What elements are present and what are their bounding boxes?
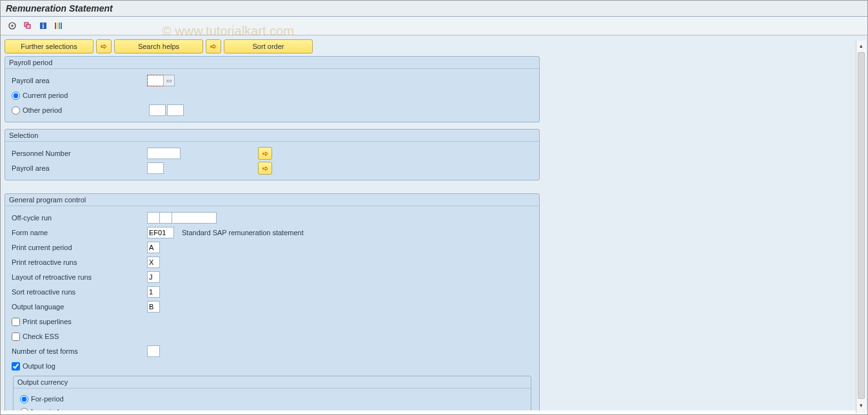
multiple-selection-icon[interactable]: ➪	[258, 147, 272, 160]
svg-rect-5	[55, 23, 56, 29]
print-current-input[interactable]	[147, 242, 160, 253]
offcycle-input-2[interactable]	[159, 212, 172, 224]
sort-retro-label: Sort retroactive runs	[12, 288, 147, 296]
multiple-selection-icon[interactable]: ➪	[258, 162, 272, 175]
in-period-label: In-period	[31, 408, 59, 410]
check-ess-label: Check ESS	[23, 333, 59, 340]
group-title: Payroll period	[5, 57, 539, 69]
for-period-radio[interactable]	[20, 395, 28, 403]
svg-text:i: i	[43, 23, 44, 30]
search-help-icon[interactable]: ▭	[163, 75, 175, 86]
svg-rect-7	[59, 23, 60, 29]
page-title: Remuneration Statement	[1, 1, 867, 17]
sel-payroll-area-label: Payroll area	[12, 164, 147, 172]
vertical-scrollbar[interactable]: ▴ ▾	[856, 41, 866, 413]
svg-rect-6	[57, 23, 58, 29]
offcycle-label: Off-cycle run	[12, 214, 147, 222]
arrow-icon[interactable]: ➪	[206, 39, 221, 53]
info-icon[interactable]: i	[38, 21, 48, 31]
group-title: Output currency	[14, 376, 531, 389]
general-control-group: General program control Off-cycle run Fo…	[5, 193, 540, 410]
other-period-input-1[interactable]	[149, 104, 166, 116]
scroll-thumb[interactable]	[858, 52, 865, 399]
body-area: Further selections ➪ Search helps ➪ Sort…	[1, 35, 867, 410]
payroll-area-input[interactable]	[147, 75, 164, 86]
app-toolbar: i	[1, 17, 867, 35]
output-currency-group: Output currency For-period In-period	[13, 376, 531, 410]
variant-icon[interactable]	[23, 21, 33, 31]
print-current-label: Print current period	[12, 244, 147, 251]
output-log-label: Output log	[23, 362, 55, 370]
color-legend-icon[interactable]	[54, 21, 64, 31]
further-selections-button[interactable]: Further selections	[5, 39, 94, 53]
selection-group: Selection Personnel Number ➪ Payroll are…	[5, 129, 540, 180]
scroll-down-icon[interactable]: ▾	[856, 400, 866, 410]
check-ess-checkbox[interactable]	[12, 333, 20, 341]
form-name-label: Form name	[12, 229, 147, 236]
execute-icon[interactable]	[7, 21, 17, 31]
group-title: Selection	[5, 130, 539, 142]
in-period-radio[interactable]	[20, 408, 28, 411]
sort-order-button[interactable]: Sort order	[224, 39, 313, 53]
layout-retro-label: Layout of retroactive runs	[12, 273, 147, 281]
payroll-period-group: Payroll period Payroll area ▭ Current pe…	[5, 56, 540, 122]
arrow-icon[interactable]: ➪	[96, 39, 112, 53]
for-period-label: For-period	[31, 395, 64, 403]
output-language-label: Output language	[12, 303, 147, 311]
print-superlines-label: Print superlines	[23, 318, 72, 325]
pernr-label: Personnel Number	[12, 150, 147, 157]
pernr-input[interactable]	[147, 148, 181, 159]
offcycle-input-1[interactable]	[147, 212, 160, 224]
output-log-checkbox[interactable]	[12, 362, 20, 371]
other-period-input-2[interactable]	[167, 104, 184, 116]
top-button-bar: Further selections ➪ Search helps ➪ Sort…	[5, 39, 863, 53]
other-period-label: Other period	[23, 106, 149, 114]
print-retro-label: Print retroactive runs	[12, 258, 147, 266]
offcycle-input-3[interactable]	[172, 212, 217, 224]
current-period-label: Current period	[23, 92, 68, 99]
print-superlines-checkbox[interactable]	[12, 318, 20, 326]
output-language-input[interactable]	[147, 301, 160, 313]
svg-rect-8	[61, 23, 62, 29]
group-title: General program control	[5, 194, 539, 206]
payroll-area-label: Payroll area	[12, 77, 147, 84]
scroll-up-icon[interactable]: ▴	[856, 41, 866, 51]
sel-payroll-area-input[interactable]	[147, 162, 164, 174]
search-helps-button[interactable]: Search helps	[114, 39, 203, 53]
form-name-description: Standard SAP remuneration statement	[182, 229, 304, 236]
current-period-radio[interactable]	[12, 92, 20, 100]
sort-retro-input[interactable]	[147, 286, 160, 298]
num-test-forms-input[interactable]	[147, 345, 160, 357]
other-period-radio[interactable]	[12, 106, 20, 115]
print-retro-input[interactable]	[147, 256, 160, 268]
form-name-input[interactable]	[147, 227, 174, 238]
num-test-forms-label: Number of test forms	[12, 347, 147, 355]
svg-rect-2	[26, 24, 30, 28]
layout-retro-input[interactable]	[147, 271, 160, 283]
